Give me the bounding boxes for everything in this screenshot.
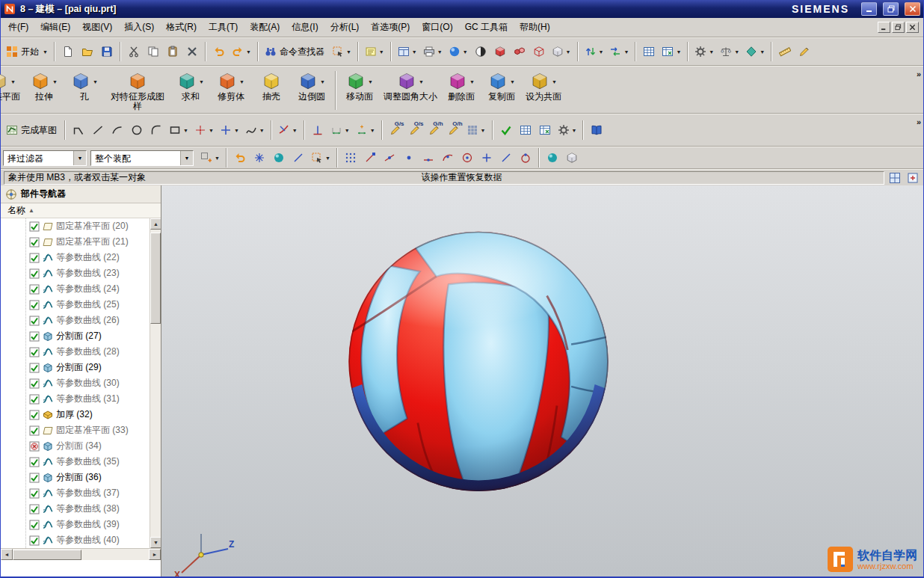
checkbox-checked-icon[interactable] <box>29 488 40 499</box>
restore-window-button[interactable] <box>883 2 899 16</box>
menu-item-8[interactable]: 信息(I) <box>286 18 324 37</box>
tree-item[interactable]: 等参数曲线 (31) <box>1 391 150 407</box>
selection-intent-button[interactable]: ▼ <box>329 41 354 62</box>
edge-blend-button[interactable]: ▼边倒圆 <box>292 68 332 104</box>
menu-item-4[interactable]: 插入(S) <box>118 18 160 37</box>
make-coplanar-button[interactable]: ▼设为共面 <box>522 68 565 104</box>
tree-item[interactable]: 固定基准平面 (33) <box>1 422 150 438</box>
menu-item-3[interactable]: 视图(V) <box>76 18 118 37</box>
snap-point-on-curve-button[interactable] <box>419 147 438 168</box>
tree-item[interactable]: 等参数曲线 (37) <box>1 485 150 501</box>
checkbox-checked-icon[interactable] <box>29 268 40 279</box>
hide-sketch-constraints-button[interactable]: O/s <box>405 120 425 141</box>
arc-button[interactable] <box>108 120 127 141</box>
menu-item-2[interactable]: 编辑(E) <box>34 18 76 37</box>
tree-item[interactable]: 等参数曲线 (40) <box>1 532 150 548</box>
horizontal-scrollbar[interactable]: ◄ ► <box>1 548 161 560</box>
checkbox-checked-icon[interactable] <box>29 520 40 530</box>
tree-item[interactable]: 等参数曲线 (24) <box>1 281 150 297</box>
checkbox-checked-icon[interactable] <box>29 300 40 310</box>
print-button[interactable]: ▼ <box>420 41 446 62</box>
scrollbar-thumb[interactable] <box>150 233 161 324</box>
checkbox-checked-icon[interactable] <box>29 347 40 357</box>
scroll-right-button[interactable]: ► <box>149 549 161 560</box>
trim-body-button[interactable]: ▼修剪体 <box>211 68 251 104</box>
tree-item[interactable]: 固定基准平面 (21) <box>1 234 150 250</box>
auto-constrain-button[interactable]: ▼ <box>353 120 378 141</box>
pattern-feature-button[interactable]: 对特征形成图样 <box>105 68 170 114</box>
information-button[interactable]: ▼ <box>362 41 387 62</box>
tree-item[interactable]: 固定基准平面 (20) <box>1 218 150 234</box>
utilities-button[interactable]: ▼ <box>692 41 717 62</box>
snap-circle-center-button[interactable] <box>458 147 477 168</box>
snap-quadrant-button[interactable] <box>516 147 535 168</box>
dock-status-button[interactable] <box>887 171 902 185</box>
checkbox-checked-icon[interactable] <box>29 221 40 232</box>
true-shading-button[interactable]: ▼ <box>446 41 471 62</box>
minimize-window-button[interactable] <box>861 2 877 16</box>
show-hide-button[interactable]: ▼ <box>549 41 574 62</box>
show-all-constraints-button[interactable]: G/h <box>425 120 444 141</box>
checkbox-checked-icon[interactable] <box>29 473 40 483</box>
tree-item[interactable]: 等参数曲线 (35) <box>1 454 150 470</box>
copy-button[interactable] <box>144 41 163 62</box>
rectangle-button[interactable]: ▼ <box>166 120 191 141</box>
tree-item[interactable]: 分割面 (27) <box>1 328 150 344</box>
evaluate-button[interactable] <box>496 120 516 141</box>
orient-view-button[interactable]: ▼ <box>606 41 632 62</box>
selection-filter-combo[interactable]: 择过滤器 ▼ <box>3 150 87 166</box>
tree-item[interactable]: 加厚 (32) <box>1 407 150 422</box>
datum-button[interactable]: ▼ <box>217 120 242 141</box>
exploded-view-button[interactable] <box>529 41 549 62</box>
menu-item-12[interactable]: GC 工具箱 <box>459 18 514 37</box>
selection-scope-combo[interactable]: 整个装配 ▼ <box>90 150 194 166</box>
snap-intersection-button[interactable] <box>477 147 496 168</box>
fillet-button[interactable] <box>147 120 166 141</box>
tree-item[interactable]: 等参数曲线 (22) <box>1 250 150 265</box>
tree-item[interactable]: 等参数曲线 (38) <box>1 501 150 517</box>
undo-button[interactable] <box>209 41 229 62</box>
geometric-constraints-button[interactable] <box>308 120 327 141</box>
toolbar-overflow-icon[interactable]: » <box>917 70 921 79</box>
reorder-button[interactable]: ▼ <box>582 41 607 62</box>
bounded-plane-button[interactable] <box>562 147 582 168</box>
checkbox-checked-icon[interactable] <box>29 316 40 326</box>
checkbox-checked-icon[interactable] <box>29 378 40 389</box>
tree-item[interactable]: 等参数曲线 (28) <box>1 344 150 360</box>
tree-item[interactable]: 分割面 (36) <box>1 470 150 485</box>
tree-item[interactable]: 等参数曲线 (26) <box>1 313 150 328</box>
menu-item-13[interactable]: 帮助(H) <box>514 18 556 37</box>
snap-tangent-button[interactable] <box>496 147 516 168</box>
clip-status-button[interactable] <box>905 171 920 185</box>
scrollbar-thumb[interactable] <box>13 550 81 560</box>
spreadsheet-button[interactable]: ▼ <box>659 41 684 62</box>
analysis-button[interactable]: ▼ <box>717 41 742 62</box>
hole-button[interactable]: ▼孔 <box>64 68 105 104</box>
move-component-button[interactable] <box>510 41 529 62</box>
checkbox-checked-icon[interactable] <box>29 284 40 295</box>
checkbox-checked-icon[interactable] <box>29 504 40 514</box>
circle-button[interactable] <box>127 120 147 141</box>
paste-button[interactable] <box>163 41 182 62</box>
start-button[interactable]: 开始▼ <box>3 41 51 62</box>
vector-button[interactable] <box>289 147 308 168</box>
checkbox-suppressed-icon[interactable] <box>29 441 40 452</box>
help-book-button[interactable] <box>587 120 606 141</box>
delete-button[interactable] <box>182 41 202 62</box>
expressions-button[interactable] <box>639 41 659 62</box>
chevron-down-icon[interactable]: ▼ <box>73 151 86 165</box>
new-button[interactable] <box>58 41 78 62</box>
cut-button[interactable] <box>124 41 144 62</box>
checkbox-checked-icon[interactable] <box>29 535 40 546</box>
menu-item-5[interactable]: 格式(R) <box>160 18 203 37</box>
rotate-point-button[interactable] <box>269 147 289 168</box>
datum-plane-button[interactable]: ▼基准平面 <box>0 68 24 104</box>
scroll-down-button[interactable]: ▼ <box>150 537 161 548</box>
measure-button[interactable] <box>775 41 795 62</box>
snap-midpoint-button[interactable] <box>380 147 399 168</box>
snap-arc-center-button[interactable] <box>438 147 458 168</box>
graphics-viewport[interactable]: Z X 软件自学网 www.rjzxw.com <box>161 185 923 577</box>
snap-endpoint-button[interactable] <box>360 147 380 168</box>
restore-document-button[interactable] <box>892 22 905 33</box>
menu-item-1[interactable]: 件(F) <box>2 18 34 37</box>
